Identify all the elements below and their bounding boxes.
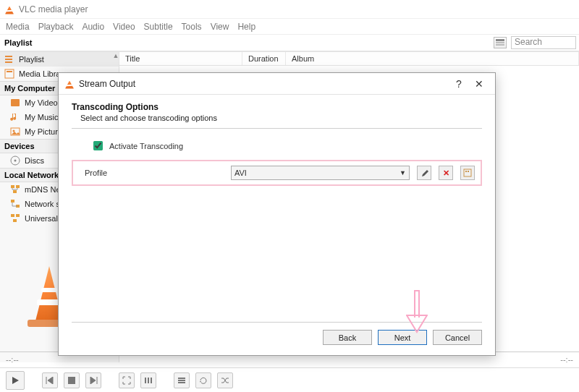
sidebar-item-label: My Videos — [25, 98, 62, 107]
loop-button[interactable] — [195, 372, 211, 388]
profile-select[interactable]: AVI ▼ — [231, 166, 410, 180]
fullscreen-button[interactable] — [119, 372, 135, 388]
svg-rect-6 — [5, 69, 14, 78]
play-button[interactable] — [6, 371, 25, 390]
time-elapsed: --:-- — [6, 355, 19, 364]
menu-help[interactable]: Help — [237, 22, 255, 32]
activate-transcoding-input[interactable] — [93, 141, 103, 150]
sidebar-item-label: Playlist — [19, 55, 44, 64]
next-button[interactable] — [85, 372, 101, 388]
sidebar-item-label: Network s — [25, 200, 60, 208]
sidebar-item-label: Universal I — [25, 214, 62, 223]
stop-button[interactable] — [64, 372, 80, 388]
svg-rect-15 — [13, 190, 17, 193]
column-headers: Title Duration Album — [119, 52, 579, 66]
svg-rect-16 — [11, 200, 14, 203]
svg-rect-7 — [7, 71, 12, 72]
stream-output-dialog: Stream Output ? ✕ Transcoding Options Se… — [58, 72, 496, 356]
sidebar-item-label: My Music — [25, 113, 58, 122]
svg-rect-30 — [468, 171, 469, 172]
playlist-section-header: Playlist Search — [0, 35, 579, 51]
playlist-icon — [4, 54, 14, 64]
activate-transcoding-checkbox[interactable]: Activate Transcoding — [90, 139, 482, 153]
menu-audio[interactable]: Audio — [82, 22, 104, 32]
profile-new-button[interactable] — [460, 166, 475, 180]
picture-icon — [10, 127, 20, 137]
dialog-heading: Transcoding Options — [72, 102, 482, 112]
network-icon — [10, 213, 20, 223]
app-title: VLC media player — [19, 4, 88, 14]
shuffle-button[interactable] — [217, 372, 233, 388]
back-button[interactable]: Back — [323, 330, 372, 345]
profile-row: Profile AVI ▼ ✕ — [72, 160, 482, 186]
titlebar: VLC media player — [0, 0, 579, 19]
svg-rect-26 — [178, 380, 185, 381]
column-title[interactable]: Title — [119, 52, 242, 65]
svg-rect-24 — [151, 378, 152, 383]
vlc-cone-icon — [64, 79, 75, 89]
profile-edit-button[interactable] — [417, 166, 431, 180]
dialog-subheading: Select and choose transcoding options — [72, 112, 482, 129]
sidebar-item-playlist[interactable]: Playlist — [0, 52, 119, 67]
music-icon — [10, 112, 20, 122]
column-album[interactable]: Album — [286, 52, 579, 65]
svg-rect-0 — [496, 39, 504, 41]
scroll-up-icon[interactable]: ▲ — [111, 52, 120, 61]
menu-playback[interactable]: Playback — [38, 22, 74, 32]
svg-rect-14 — [16, 185, 20, 188]
svg-rect-3 — [5, 56, 12, 57]
svg-rect-28 — [464, 169, 471, 176]
close-icon[interactable]: ✕ — [469, 77, 489, 91]
svg-rect-25 — [178, 378, 185, 379]
video-icon — [10, 98, 20, 108]
help-icon[interactable]: ? — [449, 77, 469, 91]
chevron-down-icon: ▼ — [400, 169, 406, 176]
sidebar-item-label: Discs — [25, 156, 44, 165]
svg-rect-19 — [16, 214, 20, 217]
dialog-title: Stream Output — [79, 79, 135, 89]
svg-rect-13 — [11, 185, 14, 188]
search-input[interactable]: Search — [511, 36, 576, 49]
profile-value: AVI — [234, 169, 247, 177]
svg-rect-27 — [178, 382, 185, 383]
svg-rect-8 — [11, 99, 20, 106]
prev-button[interactable] — [42, 372, 58, 388]
svg-rect-20 — [13, 219, 17, 222]
dialog-body: Transcoding Options Select and choose tr… — [59, 95, 495, 186]
annotation-arrow-icon — [406, 290, 428, 333]
menubar: Media Playback Audio Video Subtitle Tool… — [0, 19, 579, 35]
activate-transcoding-label: Activate Transcoding — [109, 142, 183, 150]
menu-view[interactable]: View — [211, 22, 229, 32]
svg-rect-22 — [145, 378, 146, 383]
menu-media[interactable]: Media — [6, 22, 30, 32]
svg-rect-18 — [11, 214, 14, 217]
svg-point-12 — [14, 160, 17, 162]
vlc-cone-icon — [4, 4, 14, 14]
svg-rect-21 — [68, 377, 75, 384]
svg-rect-5 — [5, 61, 12, 63]
svg-rect-23 — [148, 378, 149, 383]
svg-rect-29 — [465, 171, 467, 172]
playlist-header-label: Playlist — [3, 38, 33, 47]
dialog-titlebar: Stream Output ? ✕ — [59, 73, 495, 95]
svg-rect-1 — [496, 42, 504, 43]
disc-icon — [10, 155, 20, 166]
playback-controls — [0, 367, 579, 392]
menu-subtitle[interactable]: Subtitle — [144, 22, 173, 32]
menu-tools[interactable]: Tools — [182, 22, 202, 32]
cancel-button[interactable]: Cancel — [433, 330, 482, 345]
profile-label: Profile — [79, 169, 224, 177]
sidebar-item-label: mDNS Net — [25, 185, 63, 194]
svg-rect-2 — [496, 44, 504, 46]
network-icon — [10, 199, 20, 209]
network-icon — [10, 184, 20, 195]
svg-rect-4 — [5, 59, 12, 60]
column-duration[interactable]: Duration — [242, 52, 286, 65]
playlist-toggle-button[interactable] — [174, 372, 190, 388]
time-total: --:-- — [560, 355, 573, 364]
extended-settings-button[interactable] — [140, 372, 156, 388]
menu-video[interactable]: Video — [113, 22, 135, 32]
view-mode-icon[interactable] — [494, 37, 507, 48]
media-library-icon — [4, 69, 14, 79]
profile-delete-button[interactable]: ✕ — [439, 166, 453, 180]
